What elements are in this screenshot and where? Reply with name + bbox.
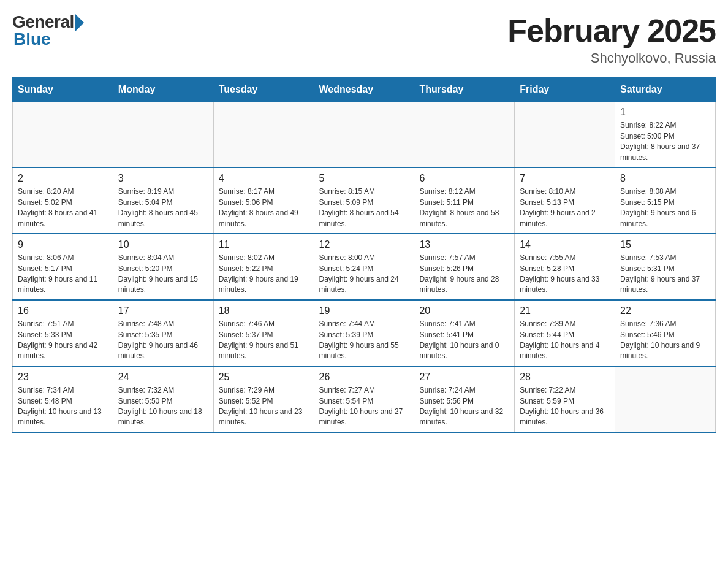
day-info: Sunrise: 7:46 AM Sunset: 5:37 PM Dayligh… <box>219 319 309 362</box>
day-number: 3 <box>118 172 208 185</box>
calendar-cell: 16Sunrise: 7:51 AM Sunset: 5:33 PM Dayli… <box>13 300 113 366</box>
calendar-week-row: 9Sunrise: 8:06 AM Sunset: 5:17 PM Daylig… <box>13 234 716 300</box>
day-info: Sunrise: 8:06 AM Sunset: 5:17 PM Dayligh… <box>18 253 108 296</box>
calendar-week-row: 2Sunrise: 8:20 AM Sunset: 5:02 PM Daylig… <box>13 167 716 234</box>
day-number: 26 <box>319 370 409 384</box>
calendar-cell: 15Sunrise: 7:53 AM Sunset: 5:31 PM Dayli… <box>615 234 716 300</box>
day-info: Sunrise: 7:24 AM Sunset: 5:56 PM Dayligh… <box>419 385 509 428</box>
day-number: 21 <box>520 304 610 318</box>
day-of-week-header: Wednesday <box>314 78 414 102</box>
day-number: 8 <box>620 172 710 185</box>
day-info: Sunrise: 7:34 AM Sunset: 5:48 PM Dayligh… <box>18 385 108 428</box>
day-number: 1 <box>620 105 710 119</box>
title-block: February 2025 Shchyolkovo, Russia <box>507 12 716 66</box>
day-number: 19 <box>319 304 409 318</box>
day-info: Sunrise: 8:12 AM Sunset: 5:11 PM Dayligh… <box>419 186 509 229</box>
day-of-week-header: Tuesday <box>213 78 314 102</box>
calendar-cell <box>13 102 113 167</box>
day-number: 24 <box>118 370 208 384</box>
calendar-cell: 21Sunrise: 7:39 AM Sunset: 5:44 PM Dayli… <box>515 300 615 366</box>
logo-arrow-icon <box>75 14 84 31</box>
calendar-cell: 14Sunrise: 7:55 AM Sunset: 5:28 PM Dayli… <box>515 234 615 300</box>
day-info: Sunrise: 8:04 AM Sunset: 5:20 PM Dayligh… <box>118 253 208 296</box>
day-info: Sunrise: 8:10 AM Sunset: 5:13 PM Dayligh… <box>520 186 610 229</box>
day-info: Sunrise: 7:22 AM Sunset: 5:59 PM Dayligh… <box>520 385 610 428</box>
day-info: Sunrise: 8:15 AM Sunset: 5:09 PM Dayligh… <box>319 186 409 229</box>
day-number: 18 <box>219 304 309 318</box>
day-number: 27 <box>419 370 509 384</box>
day-number: 14 <box>520 238 610 251</box>
day-info: Sunrise: 7:29 AM Sunset: 5:52 PM Dayligh… <box>219 385 309 428</box>
day-info: Sunrise: 7:44 AM Sunset: 5:39 PM Dayligh… <box>319 319 409 362</box>
day-info: Sunrise: 7:57 AM Sunset: 5:26 PM Dayligh… <box>419 253 509 296</box>
day-number: 20 <box>419 304 509 318</box>
calendar-cell: 19Sunrise: 7:44 AM Sunset: 5:39 PM Dayli… <box>314 300 414 366</box>
calendar-cell: 13Sunrise: 7:57 AM Sunset: 5:26 PM Dayli… <box>414 234 515 300</box>
day-number: 5 <box>319 172 409 185</box>
calendar-title: February 2025 <box>507 12 716 49</box>
day-number: 7 <box>520 172 610 185</box>
calendar-cell: 1Sunrise: 8:22 AM Sunset: 5:00 PM Daylig… <box>615 102 716 167</box>
day-number: 10 <box>118 238 208 251</box>
day-info: Sunrise: 7:41 AM Sunset: 5:41 PM Dayligh… <box>419 319 509 362</box>
day-info: Sunrise: 7:36 AM Sunset: 5:46 PM Dayligh… <box>620 319 710 362</box>
calendar-cell <box>414 102 515 167</box>
calendar-cell: 24Sunrise: 7:32 AM Sunset: 5:50 PM Dayli… <box>113 366 213 432</box>
day-number: 6 <box>419 172 509 185</box>
day-number: 11 <box>219 238 309 251</box>
calendar-cell: 4Sunrise: 8:17 AM Sunset: 5:06 PM Daylig… <box>213 167 314 234</box>
day-info: Sunrise: 7:53 AM Sunset: 5:31 PM Dayligh… <box>620 253 710 296</box>
day-number: 17 <box>118 304 208 318</box>
calendar-table: SundayMondayTuesdayWednesdayThursdayFrid… <box>12 77 716 433</box>
day-info: Sunrise: 8:22 AM Sunset: 5:00 PM Dayligh… <box>620 120 710 163</box>
calendar-cell: 28Sunrise: 7:22 AM Sunset: 5:59 PM Dayli… <box>515 366 615 432</box>
calendar-cell: 6Sunrise: 8:12 AM Sunset: 5:11 PM Daylig… <box>414 167 515 234</box>
calendar-cell: 18Sunrise: 7:46 AM Sunset: 5:37 PM Dayli… <box>213 300 314 366</box>
day-number: 2 <box>18 172 108 185</box>
calendar-cell: 25Sunrise: 7:29 AM Sunset: 5:52 PM Dayli… <box>213 366 314 432</box>
calendar-cell: 10Sunrise: 8:04 AM Sunset: 5:20 PM Dayli… <box>113 234 213 300</box>
day-number: 9 <box>18 238 108 251</box>
day-info: Sunrise: 8:19 AM Sunset: 5:04 PM Dayligh… <box>118 186 208 229</box>
calendar-cell <box>615 366 716 432</box>
logo: General Blue <box>12 12 84 49</box>
day-info: Sunrise: 8:00 AM Sunset: 5:24 PM Dayligh… <box>319 253 409 296</box>
day-number: 15 <box>620 238 710 251</box>
day-info: Sunrise: 7:48 AM Sunset: 5:35 PM Dayligh… <box>118 319 208 362</box>
day-info: Sunrise: 8:20 AM Sunset: 5:02 PM Dayligh… <box>18 186 108 229</box>
calendar-cell: 5Sunrise: 8:15 AM Sunset: 5:09 PM Daylig… <box>314 167 414 234</box>
calendar-cell <box>213 102 314 167</box>
day-number: 16 <box>18 304 108 318</box>
page-header: General Blue February 2025 Shchyolkovo, … <box>12 12 716 66</box>
day-info: Sunrise: 8:08 AM Sunset: 5:15 PM Dayligh… <box>620 186 710 229</box>
day-number: 28 <box>520 370 610 384</box>
calendar-header-row: SundayMondayTuesdayWednesdayThursdayFrid… <box>13 78 716 102</box>
day-number: 25 <box>219 370 309 384</box>
calendar-cell: 22Sunrise: 7:36 AM Sunset: 5:46 PM Dayli… <box>615 300 716 366</box>
day-info: Sunrise: 7:27 AM Sunset: 5:54 PM Dayligh… <box>319 385 409 428</box>
calendar-cell: 26Sunrise: 7:27 AM Sunset: 5:54 PM Dayli… <box>314 366 414 432</box>
day-of-week-header: Sunday <box>13 78 113 102</box>
day-info: Sunrise: 7:55 AM Sunset: 5:28 PM Dayligh… <box>520 253 610 296</box>
day-info: Sunrise: 8:02 AM Sunset: 5:22 PM Dayligh… <box>219 253 309 296</box>
day-info: Sunrise: 8:17 AM Sunset: 5:06 PM Dayligh… <box>219 186 309 229</box>
calendar-cell: 11Sunrise: 8:02 AM Sunset: 5:22 PM Dayli… <box>213 234 314 300</box>
day-number: 23 <box>18 370 108 384</box>
day-of-week-header: Saturday <box>615 78 716 102</box>
day-number: 22 <box>620 304 710 318</box>
day-of-week-header: Friday <box>515 78 615 102</box>
day-number: 12 <box>319 238 409 251</box>
calendar-cell: 9Sunrise: 8:06 AM Sunset: 5:17 PM Daylig… <box>13 234 113 300</box>
calendar-cell <box>515 102 615 167</box>
calendar-cell: 3Sunrise: 8:19 AM Sunset: 5:04 PM Daylig… <box>113 167 213 234</box>
calendar-subtitle: Shchyolkovo, Russia <box>507 50 716 66</box>
calendar-week-row: 16Sunrise: 7:51 AM Sunset: 5:33 PM Dayli… <box>13 300 716 366</box>
calendar-cell: 8Sunrise: 8:08 AM Sunset: 5:15 PM Daylig… <box>615 167 716 234</box>
day-number: 4 <box>219 172 309 185</box>
day-info: Sunrise: 7:32 AM Sunset: 5:50 PM Dayligh… <box>118 385 208 428</box>
calendar-cell: 17Sunrise: 7:48 AM Sunset: 5:35 PM Dayli… <box>113 300 213 366</box>
logo-blue-text: Blue <box>13 29 51 49</box>
day-number: 13 <box>419 238 509 251</box>
calendar-cell: 2Sunrise: 8:20 AM Sunset: 5:02 PM Daylig… <box>13 167 113 234</box>
calendar-week-row: 1Sunrise: 8:22 AM Sunset: 5:00 PM Daylig… <box>13 102 716 167</box>
